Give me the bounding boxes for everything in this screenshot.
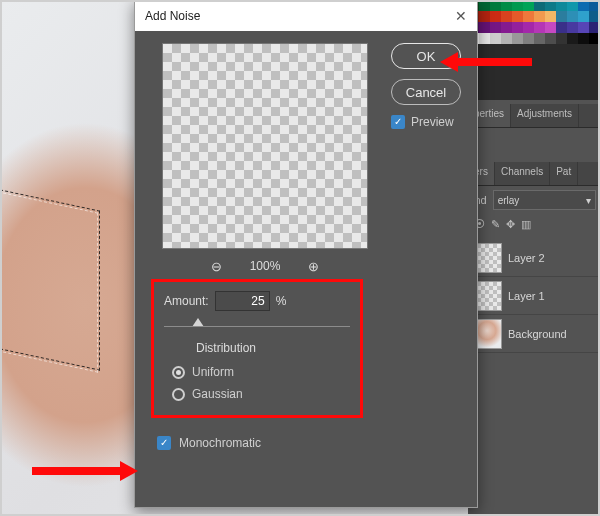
swatch[interactable]	[545, 33, 556, 44]
swatch[interactable]	[490, 22, 501, 33]
swatches-panel[interactable]	[468, 0, 600, 100]
amount-unit: %	[276, 294, 287, 308]
swatch[interactable]	[545, 22, 556, 33]
dialog-titlebar[interactable]: Add Noise ✕	[135, 1, 477, 31]
swatch[interactable]	[501, 0, 512, 11]
swatch[interactable]	[523, 22, 534, 33]
swatch[interactable]	[501, 22, 512, 33]
swatch[interactable]	[479, 33, 490, 44]
preview-checkbox[interactable]	[391, 115, 405, 129]
swatch[interactable]	[545, 11, 556, 22]
close-icon[interactable]: ✕	[455, 8, 467, 24]
swatch[interactable]	[512, 0, 523, 11]
swatch[interactable]	[512, 11, 523, 22]
swatch[interactable]	[567, 33, 578, 44]
swatch[interactable]	[567, 22, 578, 33]
amount-input[interactable]	[215, 291, 270, 311]
amount-label: Amount:	[164, 294, 209, 308]
swatch[interactable]	[578, 33, 589, 44]
dialog-title: Add Noise	[145, 9, 200, 23]
swatch[interactable]	[490, 11, 501, 22]
tab-paths[interactable]: Pat	[550, 162, 578, 185]
swatch[interactable]	[556, 33, 567, 44]
layer-item[interactable]: Background	[468, 315, 600, 353]
swatch[interactable]	[567, 0, 578, 11]
swatch[interactable]	[589, 0, 600, 11]
swatch[interactable]	[490, 0, 501, 11]
swatch[interactable]	[479, 11, 490, 22]
swatch[interactable]	[578, 0, 589, 11]
layer-item[interactable]: Layer 2	[468, 239, 600, 277]
fill-icon[interactable]: ▥	[521, 218, 531, 231]
swatch[interactable]	[534, 11, 545, 22]
layer-name: Layer 2	[508, 252, 545, 264]
layer-lock-row: ⦿ ✎ ✥ ▥	[468, 214, 600, 235]
tab-adjustments[interactable]: Adjustments	[511, 104, 579, 127]
swatch[interactable]	[556, 11, 567, 22]
gaussian-radio[interactable]	[172, 388, 185, 401]
swatch[interactable]	[578, 11, 589, 22]
swatch[interactable]	[523, 11, 534, 22]
chevron-down-icon: ▾	[586, 195, 591, 206]
monochromatic-label: Monochromatic	[179, 436, 261, 450]
layers-tab-bar: ers Channels Pat	[468, 162, 600, 186]
swatch[interactable]	[578, 22, 589, 33]
swatch[interactable]	[479, 22, 490, 33]
swatch[interactable]	[534, 33, 545, 44]
noise-preview[interactable]	[162, 43, 368, 249]
uniform-radio[interactable]	[172, 366, 185, 379]
swatch[interactable]	[534, 22, 545, 33]
swatch[interactable]	[512, 22, 523, 33]
layer-name: Layer 1	[508, 290, 545, 302]
swatch[interactable]	[589, 11, 600, 22]
zoom-in-icon[interactable]: ⊕	[308, 259, 319, 274]
gaussian-label: Gaussian	[192, 387, 243, 401]
swatch[interactable]	[534, 0, 545, 11]
swatch[interactable]	[512, 33, 523, 44]
layer-item[interactable]: Layer 1	[468, 277, 600, 315]
add-noise-dialog: Add Noise ✕ ↖ ⊖ 100% ⊕ Amount: % Distrib…	[134, 0, 478, 508]
ok-button[interactable]: OK	[391, 43, 461, 69]
highlight-box: Amount: % Distribution Uniform Gaussian	[151, 279, 363, 418]
zoom-percent: 100%	[250, 259, 281, 273]
brush-icon[interactable]: ✎	[491, 218, 500, 231]
blend-mode-value: erlay	[498, 195, 520, 206]
swatch[interactable]	[501, 33, 512, 44]
swatch[interactable]	[501, 11, 512, 22]
tab-channels[interactable]: Channels	[495, 162, 550, 185]
cancel-button[interactable]: Cancel	[391, 79, 461, 105]
swatch[interactable]	[567, 11, 578, 22]
layer-list: Layer 2 Layer 1 Background	[468, 235, 600, 357]
swatch[interactable]	[523, 33, 534, 44]
swatch[interactable]	[523, 0, 534, 11]
amount-slider-track[interactable]	[164, 326, 350, 327]
layer-name: Background	[508, 328, 567, 340]
swatch[interactable]	[589, 22, 600, 33]
distribution-label: Distribution	[164, 341, 350, 355]
move-icon[interactable]: ✥	[506, 218, 515, 231]
swatch[interactable]	[556, 0, 567, 11]
uniform-label: Uniform	[192, 365, 234, 379]
properties-tab-bar: perties Adjustments	[468, 104, 600, 128]
swatch[interactable]	[556, 22, 567, 33]
zoom-out-icon[interactable]: ⊖	[211, 259, 222, 274]
swatch[interactable]	[545, 0, 556, 11]
monochromatic-checkbox[interactable]	[157, 436, 171, 450]
selection-marquee	[0, 191, 98, 372]
swatch[interactable]	[479, 0, 490, 11]
swatch[interactable]	[490, 33, 501, 44]
blend-mode-dropdown[interactable]: erlay ▾	[493, 190, 596, 210]
swatch[interactable]	[589, 33, 600, 44]
preview-label: Preview	[411, 115, 454, 129]
